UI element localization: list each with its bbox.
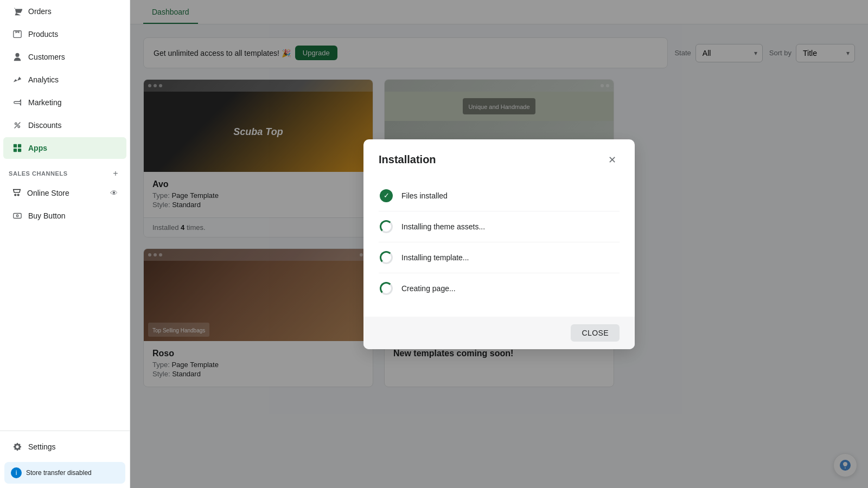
spinner-theme-assets bbox=[380, 220, 393, 233]
buy-button-icon bbox=[12, 210, 23, 221]
sidebar-item-orders[interactable]: Orders bbox=[3, 1, 126, 22]
online-store-label: Online Store bbox=[27, 189, 69, 197]
online-store-left: Online Store bbox=[12, 187, 69, 198]
sidebar-item-analytics[interactable]: Analytics bbox=[3, 69, 126, 91]
products-icon bbox=[12, 29, 23, 40]
sidebar-item-products[interactable]: Products bbox=[3, 23, 126, 45]
install-step-files: ✓ Files installed bbox=[379, 181, 620, 211]
close-modal-button[interactable]: CLOSE bbox=[571, 324, 620, 342]
sidebar-item-online-store[interactable]: Online Store 👁 bbox=[3, 182, 126, 204]
install-step-page: Creating page... bbox=[379, 273, 620, 304]
store-transfer-label: Store transfer disabled bbox=[26, 469, 92, 477]
sidebar-label-marketing: Marketing bbox=[28, 98, 61, 107]
orders-icon bbox=[12, 6, 23, 17]
sidebar-item-marketing[interactable]: Marketing bbox=[3, 92, 126, 113]
online-store-eye-icon[interactable]: 👁 bbox=[110, 189, 118, 197]
analytics-icon bbox=[12, 74, 23, 85]
sales-channels-label: SALES CHANNELS bbox=[9, 170, 68, 177]
svg-rect-3 bbox=[14, 144, 17, 147]
step-label-page: Creating page... bbox=[401, 284, 456, 293]
modal-overlay: Installation ✕ ✓ Files installed Install… bbox=[130, 0, 868, 488]
sidebar-label-apps: Apps bbox=[28, 144, 47, 152]
svg-rect-5 bbox=[14, 149, 17, 152]
sidebar-label-customers: Customers bbox=[28, 53, 65, 61]
marketing-icon bbox=[12, 97, 23, 108]
sidebar-label-settings: Settings bbox=[28, 442, 56, 451]
modal-title: Installation bbox=[379, 153, 436, 166]
customers-icon bbox=[12, 52, 23, 62]
step-icon-files: ✓ bbox=[379, 188, 394, 203]
sidebar-item-discounts[interactable]: Discounts bbox=[3, 114, 126, 136]
sidebar-label-buy-button: Buy Button bbox=[28, 211, 66, 220]
sidebar-label-products: Products bbox=[28, 30, 58, 38]
spinner-template bbox=[380, 251, 393, 264]
svg-point-2 bbox=[18, 126, 20, 128]
step-label-files: Files installed bbox=[401, 191, 448, 200]
modal-footer: CLOSE bbox=[363, 317, 635, 349]
step-label-template: Installing template... bbox=[401, 253, 469, 262]
step-icon-page bbox=[379, 281, 394, 296]
sidebar-item-settings[interactable]: Settings bbox=[3, 436, 126, 458]
main-content: Dashboard Get unlimited access to all te… bbox=[130, 0, 868, 488]
svg-rect-6 bbox=[18, 149, 21, 152]
modal-body: ✓ Files installed Installing theme asset… bbox=[363, 176, 635, 317]
step-label-theme-assets: Installing theme assets... bbox=[401, 222, 485, 231]
modal-close-button[interactable]: ✕ bbox=[604, 152, 620, 168]
installation-modal: Installation ✕ ✓ Files installed Install… bbox=[363, 139, 635, 349]
sidebar-item-customers[interactable]: Customers bbox=[3, 46, 126, 68]
sidebar-label-analytics: Analytics bbox=[28, 75, 59, 84]
svg-point-7 bbox=[15, 194, 16, 196]
step-check-files: ✓ bbox=[380, 189, 393, 202]
online-store-icon bbox=[12, 187, 22, 198]
svg-rect-4 bbox=[18, 144, 21, 147]
store-transfer-banner: i Store transfer disabled bbox=[4, 462, 125, 484]
modal-header: Installation ✕ bbox=[363, 139, 635, 176]
svg-rect-9 bbox=[14, 214, 21, 219]
apps-icon bbox=[12, 143, 23, 153]
sales-channels-section: SALES CHANNELS + bbox=[0, 159, 130, 181]
sidebar-label-discounts: Discounts bbox=[28, 121, 61, 130]
install-step-theme-assets: Installing theme assets... bbox=[379, 211, 620, 242]
discounts-icon bbox=[12, 120, 23, 131]
sidebar-label-orders: Orders bbox=[28, 7, 52, 16]
sidebar-item-apps[interactable]: Apps bbox=[3, 137, 126, 159]
sidebar-settings-section: Settings i Store transfer disabled bbox=[0, 431, 130, 488]
svg-point-8 bbox=[17, 194, 19, 196]
svg-point-10 bbox=[16, 215, 18, 217]
svg-point-1 bbox=[15, 123, 17, 125]
install-step-template: Installing template... bbox=[379, 242, 620, 273]
step-icon-theme-assets bbox=[379, 219, 394, 234]
sidebar: Orders Products Customers Analytics Mark… bbox=[0, 0, 130, 488]
settings-icon bbox=[12, 441, 23, 452]
step-icon-template bbox=[379, 250, 394, 265]
spinner-page bbox=[380, 282, 393, 295]
info-icon: i bbox=[11, 467, 22, 478]
sidebar-item-buy-button[interactable]: Buy Button bbox=[3, 205, 126, 227]
add-sales-channel-button[interactable]: + bbox=[110, 168, 121, 179]
